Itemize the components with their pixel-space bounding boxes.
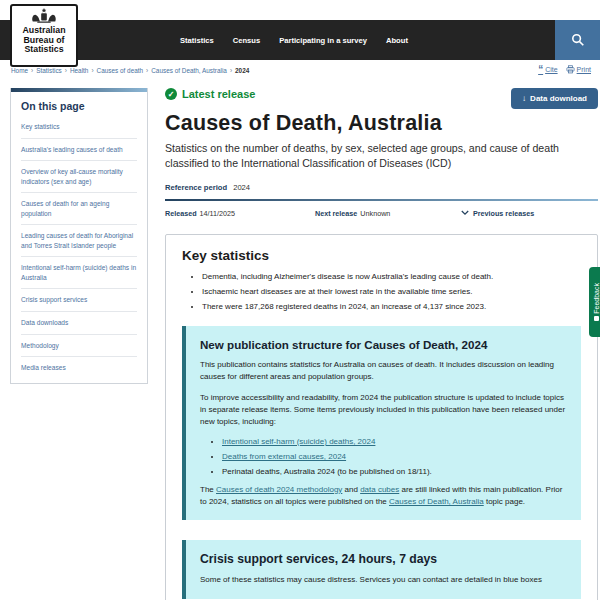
crumb-separator: › xyxy=(146,67,148,74)
list-item: Media releases xyxy=(21,357,137,379)
list-item: Perinatal deaths, Australia 2024 (to be … xyxy=(222,467,567,476)
new-publication-structure-box: New publication structure for Causes of … xyxy=(182,326,581,521)
nav-statistics[interactable]: Statistics xyxy=(180,36,214,45)
link-data-cubes[interactable]: data cubes xyxy=(360,485,399,494)
crumb-current-2024: 2024 xyxy=(235,67,249,74)
list-item: Causes of death for an ageing population xyxy=(21,193,137,225)
crisis-support-text: Some of these statistics may cause distr… xyxy=(200,574,567,586)
nav-about[interactable]: About xyxy=(386,36,408,45)
chevron-down-icon xyxy=(461,210,469,216)
download-arrow-icon: ↓ xyxy=(522,94,526,103)
crumb-home[interactable]: Home xyxy=(11,67,28,74)
key-stat-item: Dementia, including Alzheimer's disease … xyxy=(202,272,581,281)
link-causes-of-death-topic[interactable]: Causes of Death, Australia xyxy=(389,497,484,506)
sidebar-item-aboriginal-torres-strait[interactable]: Leading causes of death for Aboriginal a… xyxy=(21,231,137,250)
list-item: Australia's leading causes of death xyxy=(21,139,137,162)
abs-logo[interactable]: Australian Bureau of Statistics xyxy=(10,4,78,67)
sidebar-item-methodology[interactable]: Methodology xyxy=(21,341,137,351)
printer-icon xyxy=(566,65,575,74)
data-download-button[interactable]: ↓ Data download xyxy=(511,88,598,109)
new-structure-paragraph-1: This publication contains statistics for… xyxy=(200,359,567,384)
search-button[interactable] xyxy=(555,20,600,60)
link-external-causes-2024[interactable]: Deaths from external causes, 2024 xyxy=(222,452,346,461)
sidebar-title: On this page xyxy=(21,100,137,112)
main-content: ✓ Latest release ↓ Data download Causes … xyxy=(165,88,598,600)
print-link[interactable]: Print xyxy=(566,65,591,74)
search-icon xyxy=(571,33,585,47)
sidebar-item-suicide-deaths[interactable]: Intentional self-harm (suicide) deaths i… xyxy=(21,263,137,282)
crumb-separator: › xyxy=(91,67,93,74)
link-suicide-deaths-2024[interactable]: Intentional self-harm (suicide) deaths, … xyxy=(222,437,375,446)
new-structure-paragraph-3: The Causes of death 2024 methodology and… xyxy=(200,484,567,509)
list-item: Deaths from external causes, 2024 xyxy=(222,452,567,461)
feedback-icon xyxy=(594,316,599,321)
crumb-causes-of-death-australia[interactable]: Causes of Death, Australia xyxy=(151,67,227,74)
feedback-label: Feedback xyxy=(593,283,600,314)
list-item: Methodology xyxy=(21,335,137,358)
crisis-support-heading: Crisis support services, 24 hours, 7 day… xyxy=(200,552,567,566)
check-circle-icon: ✓ xyxy=(165,88,177,100)
sidebar-item-data-downloads[interactable]: Data downloads xyxy=(21,318,137,328)
list-item: Overview of key all-cause mortality indi… xyxy=(21,161,137,193)
sidebar-item-leading-causes[interactable]: Australia's leading causes of death xyxy=(21,145,137,155)
nav-participating[interactable]: Participating in a survey xyxy=(279,36,367,45)
list-item: Data downloads xyxy=(21,312,137,335)
key-statistics-card: Key statistics Dementia, including Alzhe… xyxy=(165,234,598,600)
coat-of-arms-icon xyxy=(12,8,76,25)
nav-census[interactable]: Census xyxy=(233,36,260,45)
crumb-health[interactable]: Health xyxy=(70,67,88,74)
sidebar-item-mortality-indicators[interactable]: Overview of key all-cause mortality indi… xyxy=(21,167,137,186)
crumb-separator: › xyxy=(230,67,232,74)
list-item: Intentional self-harm (suicide) deaths, … xyxy=(222,437,567,446)
crisis-support-box: Crisis support services, 24 hours, 7 day… xyxy=(182,540,581,598)
link-methodology[interactable]: Causes of death 2024 methodology xyxy=(216,485,342,494)
feedback-tab[interactable]: Feedback xyxy=(589,267,600,337)
crumb-separator: › xyxy=(31,67,33,74)
reference-period: Reference period 2024 xyxy=(165,183,598,192)
breadcrumb: Home › Statistics › Health › Causes of d… xyxy=(11,67,249,74)
crumb-statistics[interactable]: Statistics xyxy=(36,67,62,74)
next-release: Next releaseUnknown xyxy=(315,209,390,218)
sidebar-item-crisis-support[interactable]: Crisis support services xyxy=(21,295,137,305)
logo-line: Statistics xyxy=(12,45,76,55)
release-info-row: Released14/11/2025 Next releaseUnknown P… xyxy=(165,209,598,221)
key-statistics-heading: Key statistics xyxy=(182,248,581,263)
new-structure-paragraph-2: To improve accessibility and readability… xyxy=(200,392,567,429)
released-date: Released14/11/2025 xyxy=(165,209,235,218)
page-subtitle: Statistics on the number of deaths, by s… xyxy=(165,141,598,172)
quote-icon: “ xyxy=(538,67,543,73)
crumb-causes-of-death[interactable]: Causes of death xyxy=(97,67,144,74)
main-nav: Statistics Census Participating in a sur… xyxy=(180,20,408,60)
crumb-separator: › xyxy=(65,67,67,74)
sidebar-item-ageing-population[interactable]: Causes of death for an ageing population xyxy=(21,199,137,218)
previous-releases-toggle[interactable]: Previous releases xyxy=(461,209,534,218)
cite-link[interactable]: “ Cite xyxy=(538,66,557,73)
list-item: Crisis support services xyxy=(21,289,137,312)
page-actions: “ Cite Print xyxy=(538,65,591,74)
key-stat-item: There were 187,268 registered deaths in … xyxy=(202,302,581,311)
list-item: Key statistics xyxy=(21,116,137,139)
key-stat-item: Ischaemic heart diseases are at their lo… xyxy=(202,287,581,296)
gradient-divider xyxy=(165,199,598,201)
new-structure-heading: New publication structure for Causes of … xyxy=(200,338,567,351)
list-item: Intentional self-harm (suicide) deaths i… xyxy=(21,257,137,289)
sidebar-item-media-releases[interactable]: Media releases xyxy=(21,363,137,373)
latest-release-label: Latest release xyxy=(182,88,255,100)
list-item: Leading causes of death for Aboriginal a… xyxy=(21,225,137,257)
page-title: Causes of Death, Australia xyxy=(165,111,598,136)
sidebar-item-key-statistics[interactable]: Key statistics xyxy=(21,122,137,132)
on-this-page-panel: On this page Key statistics Australia's … xyxy=(10,88,148,384)
